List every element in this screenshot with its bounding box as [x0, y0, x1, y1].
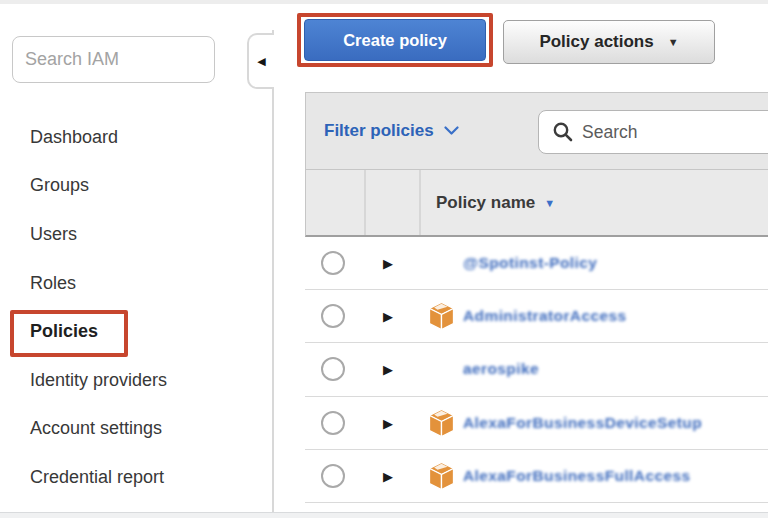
policy-name-column-header[interactable]: Policy name ▼ — [436, 170, 555, 235]
sidebar-item-label: Identity providers — [30, 370, 167, 391]
policy-table-row: ▶ aerospike — [305, 343, 768, 396]
sidebar-item-credential-report[interactable]: Credential report — [30, 453, 250, 502]
search-iam-input[interactable] — [12, 36, 215, 83]
policy-name-link[interactable]: AlexaForBusinessFullAccess — [463, 467, 691, 485]
sidebar-item-account-settings[interactable]: Account settings — [30, 405, 250, 454]
filter-bar: Filter policies — [305, 92, 768, 170]
policy-table-row: ▶ AdministratorAccess — [305, 290, 768, 343]
policy-name-header-label: Policy name — [436, 193, 535, 213]
sidebar-item-label: Users — [30, 224, 77, 245]
expand-row-icon[interactable]: ▶ — [383, 309, 393, 324]
search-icon — [552, 121, 574, 143]
sidebar-nav: Dashboard Groups Users Roles Policies Id… — [30, 113, 250, 502]
policy-actions-label: Policy actions — [539, 32, 653, 52]
expand-row-icon[interactable]: ▶ — [383, 362, 393, 377]
policy-table-header: Policy name ▼ — [305, 170, 768, 237]
sidebar-item-identity-providers[interactable]: Identity providers — [30, 356, 250, 405]
policy-name-link[interactable]: AlexaForBusinessDeviceSetup — [463, 414, 702, 432]
filter-policies-label: Filter policies — [324, 121, 434, 141]
collapse-left-icon: ◀ — [257, 55, 265, 68]
sidebar-item-users[interactable]: Users — [30, 210, 250, 259]
aws-managed-policy-icon — [428, 408, 455, 437]
sidebar-divider — [272, 30, 274, 512]
row-radio-button[interactable] — [321, 251, 345, 275]
chevron-down-icon: ▼ — [668, 36, 679, 48]
row-radio-button[interactable] — [321, 357, 345, 381]
sidebar-item-dashboard[interactable]: Dashboard — [30, 113, 250, 162]
sidebar-item-label: Roles — [30, 273, 76, 294]
sort-descending-icon: ▼ — [544, 197, 555, 209]
policy-name-link[interactable]: AdministratorAccess — [463, 307, 627, 325]
row-radio-button[interactable] — [321, 464, 345, 488]
column-divider — [419, 170, 421, 235]
sidebar-item-label: Dashboard — [30, 127, 118, 148]
sidebar-item-label: Policies — [30, 321, 98, 342]
row-radio-button[interactable] — [321, 304, 345, 328]
sidebar-item-label: Account settings — [30, 418, 162, 439]
sidebar-collapse-tab[interactable]: ◀ — [247, 33, 274, 89]
sidebar-item-groups[interactable]: Groups — [30, 162, 250, 211]
aws-managed-policy-icon — [428, 302, 455, 331]
policy-search-box — [538, 110, 768, 154]
sidebar-item-policies[interactable]: Policies — [30, 307, 250, 356]
sidebar-item-label: Groups — [30, 175, 89, 196]
expand-row-icon[interactable]: ▶ — [383, 468, 393, 483]
filter-policies-dropdown[interactable]: Filter policies — [324, 121, 459, 141]
policy-table-row: ▶ AlexaForBusinessDeviceSetup — [305, 397, 768, 450]
policy-table-row: ▶ AlexaForBusinessFullAccess — [305, 450, 768, 503]
policy-search-input[interactable] — [574, 122, 768, 143]
create-policy-button[interactable]: Create policy — [304, 19, 486, 61]
policy-table-body: ▶ @Spotinst-Policy ▶ AdministratorAccess… — [305, 237, 768, 503]
policy-actions-button[interactable]: Policy actions ▼ — [503, 20, 715, 64]
aws-managed-policy-icon — [428, 461, 455, 490]
policy-table-row: ▶ @Spotinst-Policy — [305, 237, 768, 290]
row-radio-button[interactable] — [321, 411, 345, 435]
policy-name-link[interactable]: aerospike — [463, 360, 539, 378]
expand-row-icon[interactable]: ▶ — [383, 415, 393, 430]
iam-console-screen: Dashboard Groups Users Roles Policies Id… — [0, 0, 768, 518]
top-crop-strip — [0, 0, 768, 4]
chevron-down-icon — [444, 126, 459, 136]
policy-name-link[interactable]: @Spotinst-Policy — [463, 254, 597, 272]
bottom-crop-strip — [0, 512, 768, 518]
column-divider — [364, 170, 366, 235]
expand-row-icon[interactable]: ▶ — [383, 256, 393, 271]
sidebar-item-roles[interactable]: Roles — [30, 259, 250, 308]
sidebar-item-label: Credential report — [30, 467, 164, 488]
